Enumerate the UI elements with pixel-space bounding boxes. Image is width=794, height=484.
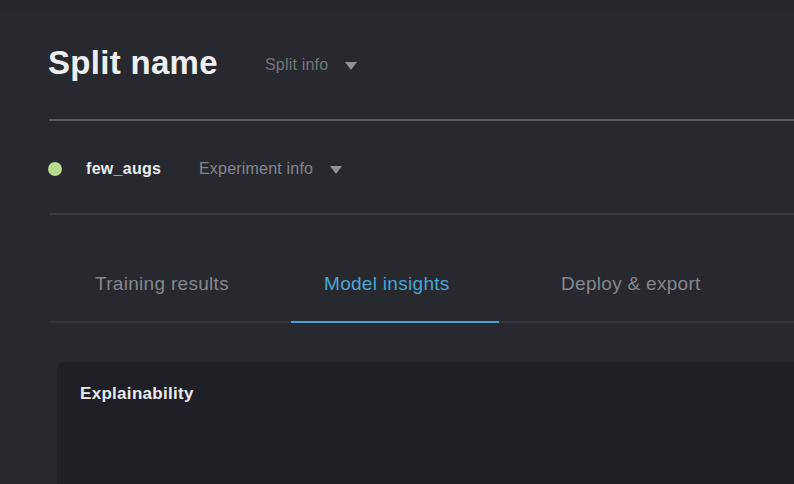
panel-title: Explainability [80,384,194,404]
experiment-divider [49,213,794,215]
experiment-status-dot [48,162,62,176]
page-title: Split name [48,44,218,82]
title-divider [49,119,794,121]
explainability-panel: Explainability [57,362,794,484]
chevron-down-icon [345,62,357,70]
tab-deploy-export[interactable]: Deploy & export [561,273,701,295]
split-info-label: Split info [265,56,328,74]
tab-bar: Training results Model insights Deploy &… [0,270,794,300]
split-info-dropdown[interactable]: Split info [265,56,357,74]
page: Split name Split info few_augs Experimen… [0,0,794,484]
chevron-down-icon [330,166,342,174]
active-tab-underline [291,321,499,323]
experiment-name: few_augs [86,160,161,178]
tab-training-results[interactable]: Training results [95,273,229,295]
top-bar [0,0,794,10]
experiment-info-dropdown[interactable]: Experiment info [199,160,342,178]
tab-model-insights[interactable]: Model insights [324,273,450,295]
experiment-info-label: Experiment info [199,160,313,178]
